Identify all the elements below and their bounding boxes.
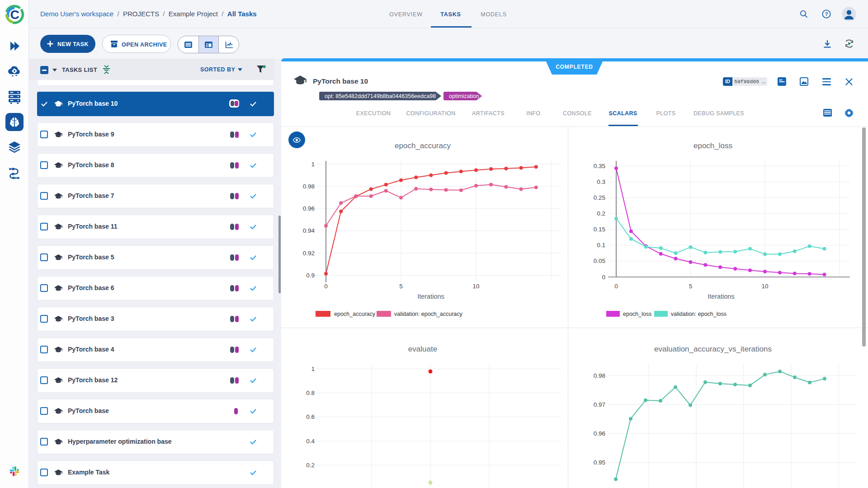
svg-text:epoch_loss: epoch_loss xyxy=(623,311,651,317)
svg-text:0.35: 0.35 xyxy=(594,163,605,169)
svg-text:0.4: 0.4 xyxy=(306,438,315,445)
svg-text:0: 0 xyxy=(614,283,618,290)
svg-text:0.95: 0.95 xyxy=(594,459,605,466)
svg-text:5: 5 xyxy=(399,283,403,290)
svg-text:0.05: 0.05 xyxy=(594,258,605,264)
svg-text:0.3: 0.3 xyxy=(597,178,605,185)
svg-text:0.9: 0.9 xyxy=(306,272,315,279)
svg-text:epoch_loss: epoch_loss xyxy=(693,141,732,150)
svg-text:validation: epoch_loss: validation: epoch_loss xyxy=(671,311,726,317)
svg-text:epoch_accuracy: epoch_accuracy xyxy=(334,311,376,317)
svg-text:0.98: 0.98 xyxy=(303,183,315,190)
svg-text:0.2: 0.2 xyxy=(597,210,605,217)
svg-text:0: 0 xyxy=(324,283,328,290)
svg-text:10: 10 xyxy=(472,283,479,290)
svg-text:0.1: 0.1 xyxy=(597,242,605,249)
svg-text:1: 1 xyxy=(311,161,315,168)
svg-text:0.15: 0.15 xyxy=(594,226,605,233)
svg-text:0.6: 0.6 xyxy=(306,413,315,420)
svg-text:0.98: 0.98 xyxy=(594,372,605,379)
svg-text:0.97: 0.97 xyxy=(594,401,605,408)
svg-text:0: 0 xyxy=(602,274,605,281)
svg-text:evaluate: evaluate xyxy=(408,345,437,353)
svg-text:Iterations: Iterations xyxy=(708,293,735,300)
svg-text:0.96: 0.96 xyxy=(594,430,605,437)
svg-text:0.94: 0.94 xyxy=(303,227,315,234)
svg-text:0.2: 0.2 xyxy=(306,462,315,469)
svg-text:1: 1 xyxy=(311,366,315,372)
svg-text:?: ? xyxy=(825,11,828,17)
svg-text:evaluation_accuracy_vs_iterati: evaluation_accuracy_vs_iterations xyxy=(654,345,772,353)
svg-text:10: 10 xyxy=(761,283,768,290)
svg-text:Iterations: Iterations xyxy=(417,293,444,300)
svg-text:0.92: 0.92 xyxy=(303,250,315,257)
svg-text:0.96: 0.96 xyxy=(303,205,315,212)
svg-text:validation: epoch_accuracy: validation: epoch_accuracy xyxy=(394,311,463,317)
svg-text:0.8: 0.8 xyxy=(306,389,315,396)
svg-text:5: 5 xyxy=(689,283,693,290)
svg-text:0.25: 0.25 xyxy=(594,194,605,201)
svg-text:epoch_accuracy: epoch_accuracy xyxy=(395,141,451,150)
svg-text:C: C xyxy=(10,8,19,22)
